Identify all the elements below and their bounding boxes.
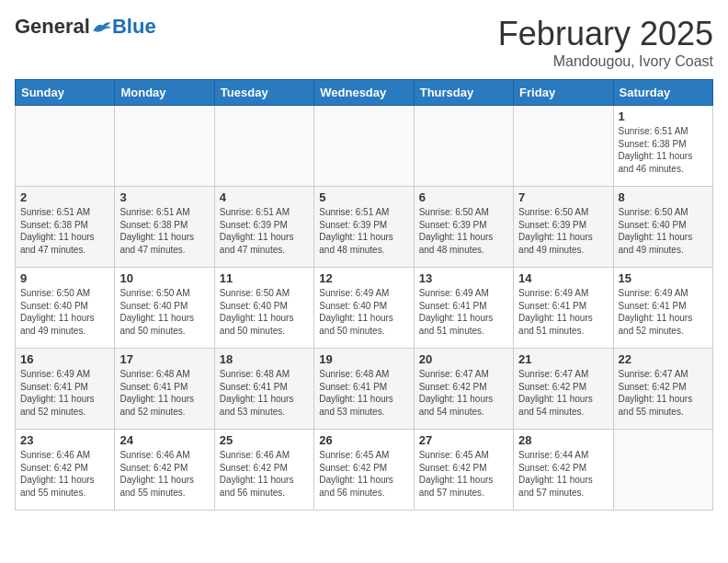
- calendar-cell: 8Sunrise: 6:50 AM Sunset: 6:40 PM Daylig…: [613, 187, 712, 268]
- day-info: Sunrise: 6:51 AM Sunset: 6:38 PM Dayligh…: [20, 206, 109, 256]
- day-info: Sunrise: 6:50 AM Sunset: 6:40 PM Dayligh…: [619, 206, 708, 256]
- day-number: 22: [619, 352, 708, 366]
- day-number: 1: [619, 109, 708, 123]
- calendar-cell: [314, 106, 414, 187]
- day-info: Sunrise: 6:49 AM Sunset: 6:41 PM Dayligh…: [20, 368, 109, 418]
- day-info: Sunrise: 6:46 AM Sunset: 6:42 PM Dayligh…: [20, 449, 109, 499]
- day-number: 23: [20, 433, 109, 447]
- day-info: Sunrise: 6:51 AM Sunset: 6:38 PM Dayligh…: [619, 125, 708, 175]
- weekday-header-wednesday: Wednesday: [314, 80, 414, 106]
- calendar-cell: [613, 430, 712, 511]
- calendar-cell: 13Sunrise: 6:49 AM Sunset: 6:41 PM Dayli…: [414, 268, 513, 349]
- calendar-cell: 6Sunrise: 6:50 AM Sunset: 6:39 PM Daylig…: [414, 187, 513, 268]
- day-info: Sunrise: 6:45 AM Sunset: 6:42 PM Dayligh…: [319, 449, 408, 499]
- day-info: Sunrise: 6:44 AM Sunset: 6:42 PM Dayligh…: [518, 449, 608, 499]
- day-number: 8: [619, 190, 708, 204]
- day-number: 17: [119, 352, 209, 366]
- day-info: Sunrise: 6:49 AM Sunset: 6:40 PM Dayligh…: [319, 287, 408, 337]
- day-number: 4: [220, 190, 309, 204]
- calendar-cell: 23Sunrise: 6:46 AM Sunset: 6:42 PM Dayli…: [16, 430, 115, 511]
- weekday-header-row: SundayMondayTuesdayWednesdayThursdayFrid…: [16, 80, 713, 106]
- calendar-cell: 9Sunrise: 6:50 AM Sunset: 6:40 PM Daylig…: [16, 268, 115, 349]
- day-number: 24: [119, 433, 209, 447]
- day-number: 7: [518, 190, 608, 204]
- calendar-cell: 1Sunrise: 6:51 AM Sunset: 6:38 PM Daylig…: [613, 106, 712, 187]
- calendar-cell: 25Sunrise: 6:46 AM Sunset: 6:42 PM Dayli…: [214, 430, 313, 511]
- calendar-cell: [414, 106, 513, 187]
- day-number: 20: [419, 352, 508, 366]
- logo-bird-icon: [92, 18, 112, 35]
- day-info: Sunrise: 6:49 AM Sunset: 6:41 PM Dayligh…: [518, 287, 608, 337]
- calendar-cell: 22Sunrise: 6:47 AM Sunset: 6:42 PM Dayli…: [613, 349, 712, 430]
- logo: General Blue: [15, 15, 156, 39]
- weekday-header-thursday: Thursday: [414, 80, 513, 106]
- calendar-cell: 3Sunrise: 6:51 AM Sunset: 6:38 PM Daylig…: [115, 187, 214, 268]
- calendar-cell: 14Sunrise: 6:49 AM Sunset: 6:41 PM Dayli…: [514, 268, 613, 349]
- day-number: 21: [518, 352, 608, 366]
- calendar-table: SundayMondayTuesdayWednesdayThursdayFrid…: [15, 79, 713, 511]
- day-info: Sunrise: 6:49 AM Sunset: 6:41 PM Dayligh…: [619, 287, 708, 337]
- weekday-header-saturday: Saturday: [613, 80, 712, 106]
- day-number: 18: [220, 352, 309, 366]
- day-info: Sunrise: 6:51 AM Sunset: 6:39 PM Dayligh…: [319, 206, 408, 256]
- day-number: 27: [419, 433, 508, 447]
- day-number: 26: [319, 433, 408, 447]
- day-info: Sunrise: 6:50 AM Sunset: 6:39 PM Dayligh…: [419, 206, 508, 256]
- calendar-cell: 18Sunrise: 6:48 AM Sunset: 6:41 PM Dayli…: [214, 349, 313, 430]
- day-info: Sunrise: 6:50 AM Sunset: 6:40 PM Dayligh…: [119, 287, 209, 337]
- day-info: Sunrise: 6:50 AM Sunset: 6:39 PM Dayligh…: [518, 206, 608, 256]
- calendar-cell: 2Sunrise: 6:51 AM Sunset: 6:38 PM Daylig…: [16, 187, 115, 268]
- calendar-cell: 15Sunrise: 6:49 AM Sunset: 6:41 PM Dayli…: [613, 268, 712, 349]
- calendar-cell: 17Sunrise: 6:48 AM Sunset: 6:41 PM Dayli…: [115, 349, 214, 430]
- weekday-header-friday: Friday: [514, 80, 613, 106]
- day-info: Sunrise: 6:47 AM Sunset: 6:42 PM Dayligh…: [518, 368, 608, 418]
- day-info: Sunrise: 6:47 AM Sunset: 6:42 PM Dayligh…: [419, 368, 508, 418]
- day-number: 3: [119, 190, 209, 204]
- calendar-cell: 12Sunrise: 6:49 AM Sunset: 6:40 PM Dayli…: [314, 268, 414, 349]
- calendar-cell: [16, 106, 115, 187]
- day-number: 13: [419, 271, 508, 285]
- week-row-2: 2Sunrise: 6:51 AM Sunset: 6:38 PM Daylig…: [16, 187, 713, 268]
- day-number: 19: [319, 352, 408, 366]
- week-row-5: 23Sunrise: 6:46 AM Sunset: 6:42 PM Dayli…: [16, 430, 713, 511]
- day-info: Sunrise: 6:48 AM Sunset: 6:41 PM Dayligh…: [119, 368, 209, 418]
- day-number: 11: [220, 271, 309, 285]
- title-block: February 2025 Mandougou, Ivory Coast: [498, 15, 713, 70]
- location-title: Mandougou, Ivory Coast: [498, 53, 713, 70]
- day-number: 15: [619, 271, 708, 285]
- day-number: 9: [20, 271, 109, 285]
- calendar-cell: 11Sunrise: 6:50 AM Sunset: 6:40 PM Dayli…: [214, 268, 313, 349]
- weekday-header-sunday: Sunday: [16, 80, 115, 106]
- calendar-cell: 24Sunrise: 6:46 AM Sunset: 6:42 PM Dayli…: [115, 430, 214, 511]
- calendar-cell: 26Sunrise: 6:45 AM Sunset: 6:42 PM Dayli…: [314, 430, 414, 511]
- calendar-cell: 27Sunrise: 6:45 AM Sunset: 6:42 PM Dayli…: [414, 430, 513, 511]
- calendar-cell: [514, 106, 613, 187]
- week-row-1: 1Sunrise: 6:51 AM Sunset: 6:38 PM Daylig…: [16, 106, 713, 187]
- day-info: Sunrise: 6:45 AM Sunset: 6:42 PM Dayligh…: [419, 449, 508, 499]
- day-number: 25: [220, 433, 309, 447]
- calendar-cell: 16Sunrise: 6:49 AM Sunset: 6:41 PM Dayli…: [16, 349, 115, 430]
- month-title: February 2025: [498, 15, 713, 53]
- day-info: Sunrise: 6:50 AM Sunset: 6:40 PM Dayligh…: [220, 287, 309, 337]
- logo-blue-text: Blue: [112, 15, 156, 39]
- day-number: 12: [319, 271, 408, 285]
- day-info: Sunrise: 6:49 AM Sunset: 6:41 PM Dayligh…: [419, 287, 508, 337]
- day-info: Sunrise: 6:46 AM Sunset: 6:42 PM Dayligh…: [119, 449, 209, 499]
- week-row-4: 16Sunrise: 6:49 AM Sunset: 6:41 PM Dayli…: [16, 349, 713, 430]
- day-info: Sunrise: 6:48 AM Sunset: 6:41 PM Dayligh…: [319, 368, 408, 418]
- calendar-cell: 7Sunrise: 6:50 AM Sunset: 6:39 PM Daylig…: [514, 187, 613, 268]
- day-info: Sunrise: 6:48 AM Sunset: 6:41 PM Dayligh…: [220, 368, 309, 418]
- calendar-cell: 20Sunrise: 6:47 AM Sunset: 6:42 PM Dayli…: [414, 349, 513, 430]
- calendar-cell: 4Sunrise: 6:51 AM Sunset: 6:39 PM Daylig…: [214, 187, 313, 268]
- calendar-cell: [214, 106, 313, 187]
- day-number: 28: [518, 433, 608, 447]
- day-number: 6: [419, 190, 508, 204]
- day-number: 16: [20, 352, 109, 366]
- day-info: Sunrise: 6:50 AM Sunset: 6:40 PM Dayligh…: [20, 287, 109, 337]
- day-info: Sunrise: 6:51 AM Sunset: 6:39 PM Dayligh…: [220, 206, 309, 256]
- day-number: 10: [119, 271, 209, 285]
- day-number: 5: [319, 190, 408, 204]
- weekday-header-monday: Monday: [115, 80, 214, 106]
- weekday-header-tuesday: Tuesday: [214, 80, 313, 106]
- calendar-cell: 10Sunrise: 6:50 AM Sunset: 6:40 PM Dayli…: [115, 268, 214, 349]
